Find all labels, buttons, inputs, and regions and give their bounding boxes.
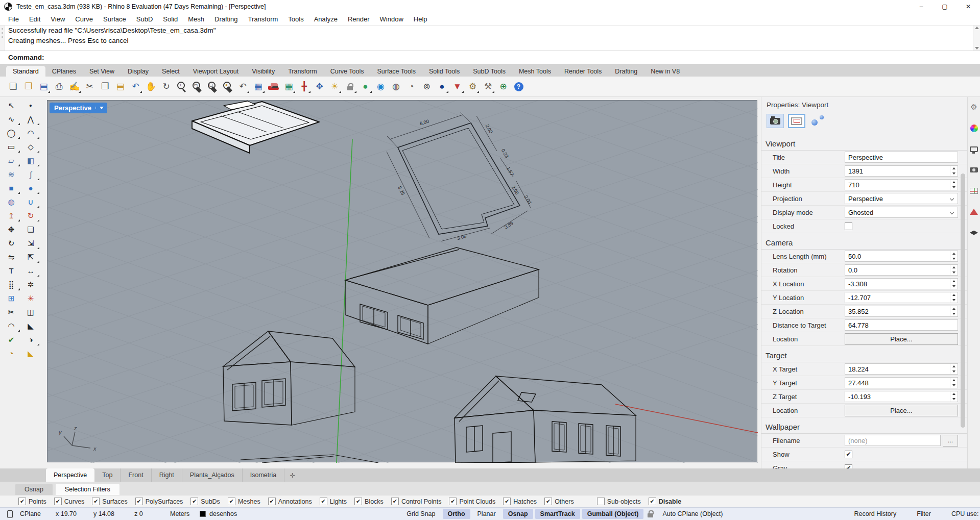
spinner-up-icon[interactable] (952, 253, 955, 255)
spinner-down-icon[interactable] (952, 398, 955, 400)
checkbox-points[interactable]: ✔ (18, 498, 26, 505)
toggle-grid-snap[interactable]: Grid Snap (401, 509, 440, 519)
filter-points[interactable]: ✔Points (18, 498, 46, 505)
spinner-down-icon[interactable] (952, 271, 955, 274)
close-button[interactable]: ✕ (957, 0, 980, 13)
undo-view-icon[interactable]: ↶ (236, 80, 250, 93)
display-mode-panel-icon[interactable] (969, 207, 979, 217)
spinner-down-icon[interactable] (952, 370, 955, 373)
location-place-button[interactable]: Place... (845, 405, 958, 416)
filter-meshes[interactable]: ✔Meshes (228, 498, 260, 505)
z-target-input[interactable]: -10.193 (845, 391, 958, 402)
display-panel-icon[interactable] (969, 144, 979, 154)
rotation-stepper[interactable] (950, 265, 958, 275)
filter-hatches[interactable]: ✔Hatches (503, 498, 537, 505)
copy-tool[interactable]: ❏ (21, 222, 40, 236)
filter-polysurfaces[interactable]: ✔PolySurfaces (135, 498, 183, 505)
add-viewport-tab[interactable]: ✛ (284, 468, 300, 482)
gumball-properties-tab[interactable] (809, 114, 827, 128)
globe-icon[interactable]: ⊕ (496, 80, 510, 93)
split-tool[interactable]: ◫ (21, 305, 40, 318)
filter-lights[interactable]: ✔Lights (320, 498, 347, 505)
toggle-filter[interactable]: Filter (912, 509, 936, 519)
cplane-grid-icon[interactable]: ▦ (282, 80, 296, 93)
grid-panel-icon[interactable] (969, 186, 979, 196)
select-tool[interactable]: ↖ (2, 98, 20, 112)
toggle-smarttrack[interactable]: SmartTrack (535, 509, 580, 519)
lens-length-mm-stepper[interactable] (950, 251, 958, 261)
viewport-tab-planta-al-ados[interactable]: Planta_Alçados (182, 468, 243, 482)
camera-properties-tab[interactable] (767, 114, 784, 128)
status-left-icon[interactable] (7, 510, 13, 518)
x-target-stepper[interactable] (950, 364, 958, 374)
display-mode-select[interactable]: Ghosted (845, 207, 958, 218)
display-xray-icon[interactable]: ⊚ (420, 80, 434, 93)
properties-scrollbar[interactable] (961, 174, 965, 428)
ribbon-tab-transform[interactable]: Transform (281, 66, 324, 77)
menu-mesh[interactable]: Mesh (183, 14, 209, 24)
viewport-tab-top[interactable]: Top (94, 468, 121, 482)
command-grip[interactable] (0, 26, 5, 51)
move-tool[interactable]: ✥ (2, 222, 20, 236)
x-location-input[interactable]: -3.308 (845, 278, 958, 289)
help-icon[interactable]: ? (512, 80, 525, 93)
menu-view[interactable]: View (45, 14, 70, 24)
scale-tool[interactable]: ⇲ (21, 236, 40, 250)
selection-filter-icon[interactable]: ▼ (450, 80, 464, 93)
toggle-ortho[interactable]: Ortho (443, 509, 470, 519)
rotation-input[interactable]: 0.0 (845, 264, 958, 276)
polyline-tool[interactable]: ⋀ (21, 112, 40, 126)
zoom-extents-icon[interactable]: ▢ (205, 80, 219, 93)
checkbox-disable[interactable]: ✔ (649, 498, 656, 505)
surface-corner-tool[interactable]: ◧ (21, 154, 40, 167)
toggle-osnap[interactable]: Osnap (503, 509, 533, 519)
z-location-input[interactable]: 35.852 (845, 306, 958, 317)
menu-help[interactable]: Help (409, 14, 433, 24)
trim-tool[interactable]: ✂ (2, 305, 20, 318)
checkbox-surfaces[interactable]: ✔ (92, 498, 100, 505)
menu-drafting[interactable]: Drafting (209, 14, 243, 24)
filter-point-clouds[interactable]: ✔Point Clouds (449, 498, 495, 505)
filter-control-points[interactable]: ✔Control Points (391, 498, 442, 505)
zoom-dynamic-icon[interactable]: ± (175, 80, 188, 93)
toggle-planar[interactable]: Planar (472, 509, 501, 519)
ribbon-tab-select[interactable]: Select (155, 66, 186, 77)
curve-tool[interactable]: ∿ (2, 112, 20, 126)
toggle-cpu-use-0-0[interactable]: CPU use: 0.0 % (946, 509, 980, 519)
boolean-difference-tool[interactable]: ◑ (21, 333, 40, 346)
toggle-auto-cplane-object[interactable]: Auto CPlane (Object) (657, 509, 728, 519)
orient-tool[interactable]: ⇱ (21, 250, 40, 263)
spinner-down-icon[interactable] (952, 384, 955, 386)
location-place-button[interactable]: Place... (845, 333, 958, 345)
filter-surfaces[interactable]: ✔Surfaces (92, 498, 127, 505)
spinner-up-icon[interactable] (952, 167, 955, 169)
height-input[interactable]: 710 (845, 179, 958, 190)
viewport-menu-chevron-icon[interactable] (95, 107, 107, 109)
menu-tools[interactable]: Tools (283, 14, 308, 24)
box-tool[interactable]: ■ (2, 181, 20, 194)
perspective-viewport[interactable]: 6.002.000.231.572.088.253.063.892.04 (47, 100, 757, 462)
command-scrollbar[interactable] (973, 26, 980, 51)
menu-transform[interactable]: Transform (243, 14, 283, 24)
z-target-stepper[interactable] (950, 391, 958, 402)
status-cplane[interactable]: CPlane (20, 510, 56, 517)
ribbon-tab-viewport-layout[interactable]: Viewport Layout (186, 66, 245, 77)
checkbox-hatches[interactable]: ✔ (503, 498, 511, 505)
color-wheel-icon[interactable] (969, 123, 979, 133)
display-rendered-icon[interactable]: ◍ (389, 80, 403, 93)
filter-sub-objects[interactable]: Sub-objects (597, 498, 641, 505)
viewport-tab-perspective[interactable]: Perspective (46, 468, 94, 482)
x-location-stepper[interactable] (950, 279, 958, 289)
tools-hammer-icon[interactable]: ⚒ (481, 80, 495, 93)
new-file-icon[interactable]: ❏ (6, 80, 20, 93)
ribbon-tab-subd-tools[interactable]: SubD Tools (466, 66, 512, 77)
surface-tool[interactable]: ▱ (2, 154, 20, 167)
checkbox-lights[interactable]: ✔ (320, 498, 327, 505)
display-wireframe-icon[interactable]: ● (358, 80, 372, 93)
loft-tool[interactable]: ≋ (2, 167, 20, 181)
ribbon-tab-visibility[interactable]: Visibility (245, 66, 281, 77)
spinner-down-icon[interactable] (952, 299, 955, 301)
ribbon-tab-render-tools[interactable]: Render Tools (558, 66, 608, 77)
checkbox-meshes[interactable]: ✔ (228, 498, 235, 505)
checkbox-polysurfaces[interactable]: ✔ (135, 498, 143, 505)
